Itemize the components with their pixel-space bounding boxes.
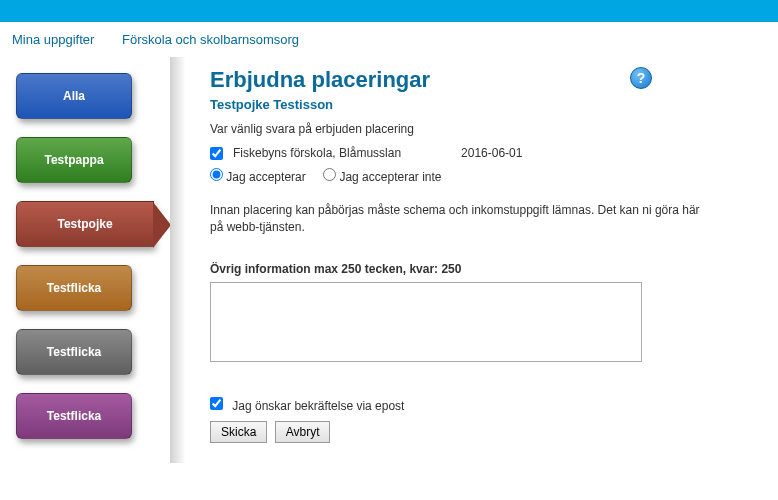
sidebar-item-alla[interactable]: Alla bbox=[16, 73, 132, 119]
placement-note: Innan placering kan påbörjas måste schem… bbox=[210, 202, 710, 236]
top-color-bar bbox=[0, 0, 778, 22]
accept-yes-radio[interactable] bbox=[210, 168, 223, 181]
help-icon[interactable]: ? bbox=[630, 67, 652, 89]
send-button[interactable]: Skicka bbox=[210, 421, 267, 443]
extra-info-textarea[interactable] bbox=[210, 282, 642, 362]
confirm-row: Jag önskar bekräftelse via epost bbox=[210, 397, 758, 413]
sidebar-item-label: Alla bbox=[63, 89, 85, 103]
nav-mina-uppgifter[interactable]: Mina uppgifter bbox=[12, 32, 94, 47]
confirm-checkbox[interactable] bbox=[210, 397, 223, 410]
sidebar-item-testflicka-2[interactable]: Testflicka bbox=[16, 329, 132, 375]
child-name: Testpojke Testisson bbox=[210, 97, 758, 112]
sidebar-item-label: Testpojke bbox=[57, 217, 112, 231]
confirm-label-wrap[interactable]: Jag önskar bekräftelse via epost bbox=[210, 399, 404, 413]
offer-row: Fiskebyns förskola, Blåmusslan 2016-06-0… bbox=[210, 146, 758, 160]
sidebar: Alla Testpappa Testpojke Testflicka Test… bbox=[0, 67, 170, 463]
button-row: Skicka Avbryt bbox=[210, 421, 758, 443]
accept-no-label[interactable]: Jag accepterar inte bbox=[323, 170, 441, 184]
cancel-button[interactable]: Avbryt bbox=[275, 421, 331, 443]
sidebar-item-testpappa[interactable]: Testpappa bbox=[16, 137, 132, 183]
extra-info-label: Övrig information max 250 tecken, kvar: … bbox=[210, 262, 758, 276]
top-nav: Mina uppgifter Förskola och skolbarnsoms… bbox=[0, 22, 778, 47]
content-panel: ? Erbjudna placeringar Testpojke Testiss… bbox=[170, 67, 778, 463]
page-title: Erbjudna placeringar bbox=[210, 67, 758, 93]
sidebar-item-testflicka-3[interactable]: Testflicka bbox=[16, 393, 132, 439]
accept-no-radio[interactable] bbox=[323, 168, 336, 181]
confirm-label: Jag önskar bekräftelse via epost bbox=[232, 399, 404, 413]
sidebar-item-label: Testflicka bbox=[47, 345, 101, 359]
sidebar-item-testflicka-1[interactable]: Testflicka bbox=[16, 265, 132, 311]
accept-yes-label[interactable]: Jag accepterar bbox=[210, 170, 309, 184]
sidebar-item-testpojke[interactable]: Testpojke bbox=[16, 201, 154, 247]
sidebar-item-label: Testpappa bbox=[44, 153, 103, 167]
sidebar-item-label: Testflicka bbox=[47, 281, 101, 295]
accept-radio-group: Jag accepterar Jag accepterar inte bbox=[210, 168, 758, 184]
offer-checkbox[interactable] bbox=[210, 147, 223, 160]
sidebar-item-label: Testflicka bbox=[47, 409, 101, 423]
instruction-text: Var vänlig svara på erbjuden placering bbox=[210, 122, 758, 136]
offer-name: Fiskebyns förskola, Blåmusslan bbox=[233, 146, 401, 160]
offer-date: 2016-06-01 bbox=[461, 146, 522, 160]
nav-forskola[interactable]: Förskola och skolbarnsomsorg bbox=[122, 32, 299, 47]
accept-no-text: Jag accepterar inte bbox=[339, 170, 441, 184]
accept-yes-text: Jag accepterar bbox=[226, 170, 305, 184]
